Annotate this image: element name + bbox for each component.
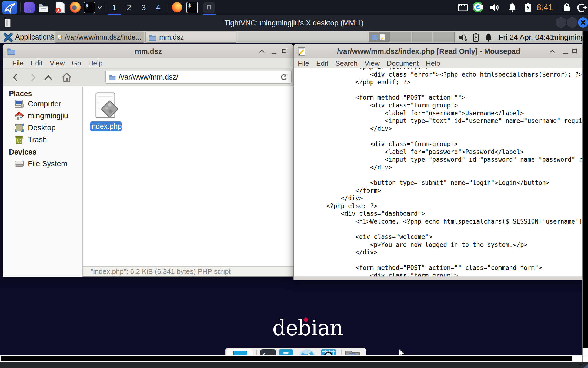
menu-search[interactable]: Search — [335, 59, 358, 68]
code-content: <?php if ($error): ?> <div class="error"… — [326, 68, 582, 276]
workspace-pager[interactable] — [369, 32, 455, 42]
notifications-icon[interactable] — [509, 3, 516, 12]
editor-menubar: File Edit Search View Document Help — [294, 58, 582, 68]
pager-workspace-1[interactable] — [369, 32, 390, 42]
lock-icon[interactable] — [563, 3, 571, 12]
volume-muted-icon[interactable] — [459, 33, 468, 41]
file-view[interactable]: index.php — [83, 86, 294, 267]
panel-grip — [51, 34, 53, 40]
menu-go[interactable]: Go — [72, 59, 81, 67]
editor-text-area[interactable]: <?php if ($error): ?> <div class="error"… — [294, 68, 582, 276]
dock-app-finder-icon[interactable] — [321, 349, 336, 355]
minimize-button[interactable] — [272, 53, 276, 54]
pager-workspace-3[interactable] — [412, 32, 433, 42]
menu-help[interactable]: Help — [426, 59, 440, 68]
files-icon[interactable] — [38, 2, 49, 13]
firefox-icon[interactable] — [70, 2, 81, 13]
chevron-down-icon[interactable] — [97, 6, 102, 9]
vnc-titlebar[interactable]: TightVNC: mingmingjiu's X desktop (MM:1) — [0, 15, 588, 31]
remote-session-icon[interactable] — [473, 2, 484, 13]
vnc-horizontal-scrollbar-thumb[interactable] — [1, 356, 572, 361]
dock-browser-globe-icon[interactable] — [297, 349, 318, 355]
pager-workspace-2[interactable] — [390, 32, 412, 42]
panel-username[interactable]: mingmingjiu — [552, 33, 582, 42]
pager-mini-window-editor — [380, 34, 385, 41]
php-file-icon[interactable] — [95, 92, 118, 120]
text-editor-icon[interactable] — [55, 2, 66, 14]
workspace-3[interactable]: 3 — [136, 0, 151, 15]
maximize-button[interactable] — [282, 49, 286, 53]
menu-edit[interactable]: Edit — [316, 59, 328, 68]
vnc-close-button[interactable] — [578, 17, 588, 28]
scrollbar-corner — [582, 355, 588, 362]
dock-folders-icon[interactable] — [345, 349, 365, 355]
menu-edit[interactable]: Edit — [31, 59, 43, 67]
sidebar-item-trash[interactable]: Trash — [3, 134, 82, 146]
menu-file[interactable]: File — [298, 59, 309, 68]
firefox-icon-2[interactable] — [172, 2, 182, 12]
devices-header: Devices — [9, 148, 36, 156]
host-clock: 8:41 — [537, 3, 553, 12]
volume-icon[interactable] — [490, 3, 499, 12]
path-bar[interactable]: /var/www/mm.dsz/ — [105, 71, 292, 84]
forward-button[interactable] — [28, 73, 38, 82]
dock-terminal-icon[interactable]: >_ — [260, 349, 276, 355]
back-button[interactable] — [11, 73, 20, 82]
workspace-2[interactable]: 2 — [122, 0, 136, 15]
vnc-horizontal-scrollbar[interactable] — [0, 355, 582, 362]
display-icon[interactable] — [458, 4, 468, 11]
mouse-cursor — [399, 348, 406, 355]
places-header: Places — [9, 90, 32, 98]
vnc-minimize-button[interactable] — [556, 17, 566, 28]
vnc-vertical-scrollbar-thumb[interactable] — [583, 31, 588, 348]
terminal-icon-2[interactable]: $_ — [186, 2, 198, 13]
menu-document[interactable]: Document — [387, 59, 419, 68]
path-text[interactable]: /var/www/mm.dsz/ — [119, 73, 178, 81]
editor-titlebar[interactable]: /var/www/mm.dsz/index.php [Read Only] - … — [294, 44, 582, 58]
minimize-button[interactable] — [563, 53, 568, 54]
sidebar-item-computer[interactable]: Computer — [3, 98, 82, 110]
pager-workspace-4[interactable] — [433, 32, 454, 42]
shade-button[interactable] — [549, 49, 556, 54]
selected-file-label[interactable]: index.php — [90, 121, 122, 131]
file-manager-title: mm.dsz — [3, 47, 294, 56]
editor-bottom-frame — [294, 276, 582, 280]
dock-show-desktop-button[interactable] — [227, 349, 253, 355]
workspace-1[interactable]: 1 — [107, 0, 122, 15]
terminal-icon[interactable]: $_ — [84, 2, 95, 13]
logout-icon[interactable] — [577, 2, 587, 13]
menu-help[interactable]: Help — [88, 59, 102, 67]
applications-menu-icon[interactable] — [3, 32, 13, 42]
sidebar-item-filesystem[interactable]: File System — [3, 158, 82, 170]
menu-view[interactable]: View — [50, 59, 65, 67]
battery-icon[interactable] — [525, 2, 531, 13]
sidebar-item-home[interactable]: mingmingjiu — [3, 110, 82, 122]
sidebar-item-desktop[interactable]: Desktop — [3, 122, 82, 134]
workspace-1-label: 1 — [112, 3, 117, 12]
reload-icon[interactable] — [280, 74, 288, 81]
task-button-editor[interactable]: /var/www/mm.dsz/inde... — [55, 32, 144, 43]
file-manager-statusbar: "index.php": 6.2 KiB (6,341 bytes) PHP s… — [83, 266, 294, 276]
shade-button[interactable] — [258, 49, 265, 54]
applications-menu-label[interactable]: Applications — [15, 33, 55, 41]
workspace-4[interactable]: 4 — [151, 0, 165, 15]
folder-icon — [148, 34, 156, 41]
dock-file-cabinet-icon[interactable] — [279, 349, 293, 355]
menu-view[interactable]: View — [365, 59, 380, 68]
vnc-viewer-app-icon[interactable] — [203, 2, 215, 13]
app-launcher-icon[interactable] — [24, 2, 35, 13]
up-button[interactable] — [43, 74, 54, 82]
maximize-button[interactable] — [572, 49, 577, 53]
vnc-maximize-button[interactable] — [567, 17, 577, 28]
bottom-bar-notch[interactable] — [578, 364, 583, 366]
kali-logo-icon[interactable] — [2, 1, 17, 14]
notification-tray-icon[interactable] — [485, 33, 492, 42]
battery-tray-icon[interactable] — [472, 33, 479, 42]
screen: $_ 1 2 3 4 $_ — [0, 0, 588, 368]
task-button-filemanager[interactable]: mm.dsz — [145, 32, 236, 43]
home-button[interactable] — [61, 71, 73, 83]
file-manager-titlebar[interactable]: mm.dsz — [3, 44, 293, 58]
panel-clock[interactable]: Fri 24 Apr, 04:41 — [499, 33, 554, 42]
menu-file[interactable]: File — [12, 59, 24, 67]
vnc-vertical-scrollbar[interactable] — [582, 31, 588, 355]
